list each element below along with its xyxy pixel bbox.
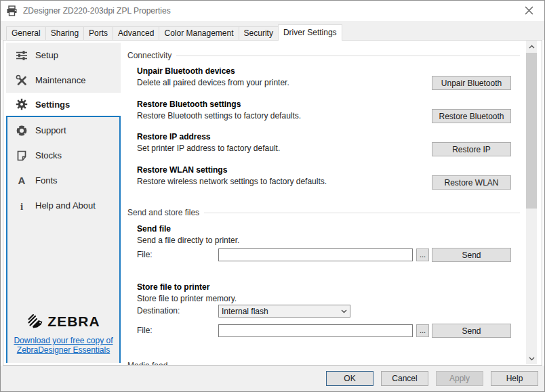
zebra-head-icon (26, 313, 45, 330)
chevron-down-icon (339, 305, 348, 317)
send-file-input[interactable] (218, 248, 413, 261)
cancel-button[interactable]: Cancel (381, 371, 428, 386)
tab-general[interactable]: General (6, 26, 46, 40)
scroll-down-button[interactable] (526, 353, 537, 364)
media-feed-group-header: Media feed (127, 361, 520, 365)
sidebar-item-label: Setup (35, 50, 58, 60)
link-line-1: Download your free copy of (6, 336, 121, 345)
group-divider (204, 213, 520, 213)
store-file-send-button[interactable]: Send (432, 324, 511, 338)
close-button[interactable] (514, 1, 544, 20)
destination-select[interactable]: Internal flash (218, 305, 350, 318)
send-file-file-label: File: (137, 250, 153, 259)
ok-button[interactable]: OK (326, 371, 374, 386)
destination-value: Internal flash (222, 307, 339, 316)
restore-ip-desc: Set printer IP address to factory defaul… (137, 144, 280, 153)
gear-icon (16, 98, 28, 110)
store-file-desc: Store file to printer memory. (137, 294, 237, 303)
sidebar-item-label: Fonts (35, 175, 58, 186)
sidebar-item-support[interactable]: Support (6, 118, 121, 143)
zebra-logo-text: ZEBRA (47, 313, 100, 330)
sidebar-item-fonts[interactable]: A Fonts (6, 168, 121, 193)
destination-label: Destination: (137, 306, 180, 315)
sidebar-nav: Setup Maintenance (6, 43, 121, 363)
restore-wlan-desc: Restore wireless network settings to fac… (137, 177, 327, 186)
send-file-desc: Send a file directly to printer. (137, 236, 239, 245)
link-line-2: ZebraDesigner Essentials (6, 345, 121, 355)
tab-sharing[interactable]: Sharing (45, 26, 84, 40)
help-button[interactable]: Help (491, 371, 538, 386)
chevron-down-icon (529, 357, 535, 361)
unpair-bluetooth-title: Unpair Bluetooth devices (137, 66, 235, 76)
tab-security[interactable]: Security (239, 26, 279, 40)
send-store-group-header: Send and store files (127, 208, 520, 217)
store-file-browse-button[interactable]: ... (416, 324, 429, 337)
unpair-bluetooth-desc: Delete all paired devices from your prin… (137, 78, 289, 87)
dialog-footer: OK Cancel Apply Help (1, 366, 544, 391)
chevron-up-icon (529, 45, 535, 49)
send-file-title: Send file (137, 224, 171, 234)
svg-text:A: A (18, 175, 26, 186)
document-icon (16, 150, 28, 162)
info-icon: i (16, 200, 28, 212)
letter-a-icon: A (16, 175, 28, 187)
sidebar-item-label: Stocks (35, 150, 62, 160)
settings-content: Connectivity Unpair Bluetooth devices De… (125, 41, 528, 365)
sidebar-item-label: Support (35, 125, 66, 135)
sidebar-item-label: Maintenance (35, 75, 85, 85)
store-file-file-label: File: (137, 326, 153, 335)
store-file-title: Store file to printer (137, 282, 209, 292)
sidebar-item-maintenance[interactable]: Maintenance (6, 68, 121, 93)
restore-ip-button[interactable]: Restore IP (432, 142, 511, 156)
tab-ports[interactable]: Ports (83, 26, 113, 40)
printer-icon (6, 5, 18, 16)
printer-properties-dialog: ZDesigner ZD220-203dpi ZPL Properties Ge… (0, 0, 545, 392)
tab-advanced[interactable]: Advanced (113, 26, 159, 40)
restore-ip-title: Restore IP address (137, 132, 211, 141)
restore-wlan-button[interactable]: Restore WLAN (432, 175, 511, 190)
send-file-send-button[interactable]: Send (432, 248, 511, 262)
sliders-icon (16, 49, 28, 62)
sidebar-item-settings[interactable]: Settings (6, 93, 121, 116)
close-icon (525, 6, 533, 15)
tools-icon (16, 74, 28, 87)
unpair-bluetooth-button[interactable]: Unpair Bluetooth (432, 76, 511, 90)
vertical-scrollbar[interactable] (526, 41, 537, 364)
scrollbar-thumb[interactable] (526, 53, 537, 209)
restore-bluetooth-desc: Restore Bluetooth settings to factory de… (137, 111, 301, 121)
sidebar-item-help-about[interactable]: i Help and About (6, 193, 121, 218)
scroll-up-button[interactable] (526, 41, 537, 52)
download-essentials-link[interactable]: Download your free copy of ZebraDesigner… (6, 336, 121, 355)
group-heading: Connectivity (127, 51, 171, 60)
group-divider (176, 56, 520, 56)
sidebar-item-label: Settings (35, 100, 70, 110)
tab-color-management[interactable]: Color Management (159, 26, 239, 40)
group-heading: Media feed (127, 361, 167, 365)
connectivity-group-header: Connectivity (127, 51, 520, 60)
sidebar-item-setup[interactable]: Setup (6, 43, 121, 68)
sidebar-item-label: Help and About (35, 200, 96, 211)
zebra-logo: ZEBRA (6, 313, 121, 330)
driver-settings-page: Setup Maintenance (3, 40, 542, 366)
window-title: ZDesigner ZD220-203dpi ZPL Properties (23, 6, 171, 16)
restore-wlan-title: Restore WLAN settings (137, 165, 227, 175)
group-heading: Send and store files (127, 208, 199, 217)
lifebuoy-icon (16, 125, 28, 137)
restore-bluetooth-button[interactable]: Restore Bluetooth (432, 109, 511, 123)
sidebar-item-stocks[interactable]: Stocks (6, 143, 121, 168)
svg-text:i: i (20, 200, 23, 211)
tab-strip: General Sharing Ports Advanced Color Man… (1, 21, 544, 40)
store-file-input[interactable] (218, 324, 413, 337)
send-file-browse-button[interactable]: ... (416, 248, 429, 261)
restore-bluetooth-title: Restore Bluetooth settings (137, 100, 241, 109)
title-bar: ZDesigner ZD220-203dpi ZPL Properties (1, 1, 544, 21)
tab-driver-settings[interactable]: Driver Settings (278, 24, 342, 41)
apply-button: Apply (436, 371, 483, 386)
zebra-brand-block: ZEBRA Download your free copy of ZebraDe… (6, 313, 121, 355)
